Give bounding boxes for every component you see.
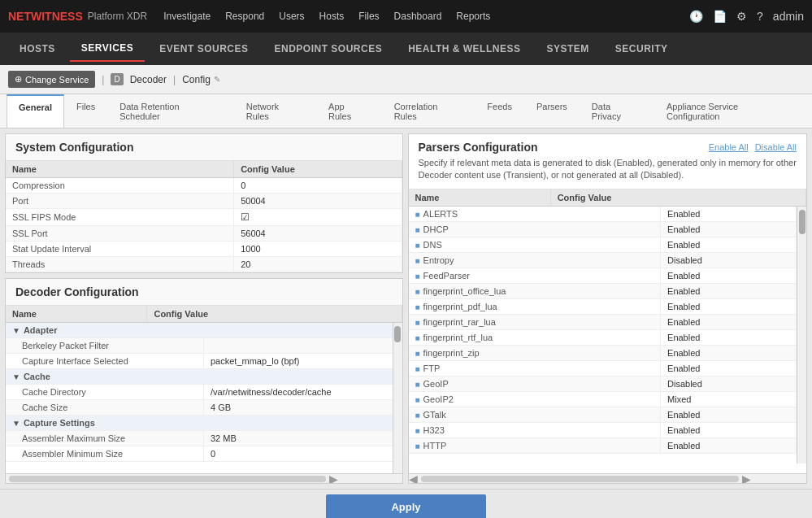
system-config-table: Name Config Value Compression 0 Port 500… — [6, 161, 402, 272]
sys-col-name: Name — [6, 161, 234, 178]
document-icon[interactable]: 📄 — [713, 10, 727, 23]
h-scrollbar-thumb — [9, 476, 326, 482]
nav-system[interactable]: SYSTEM — [535, 37, 600, 61]
expand-icon[interactable]: ▼ — [12, 326, 20, 335]
parser-icon: ■ — [415, 272, 420, 281]
nav-files[interactable]: Files — [358, 11, 379, 22]
table-row: ■fingerprint_pdf_lua Enabled — [409, 298, 797, 314]
enable-all-button[interactable]: Enable All — [709, 142, 749, 152]
decoder-scrollbar[interactable] — [393, 323, 402, 473]
nav-event-sources[interactable]: EVENT SOURCES — [148, 37, 259, 61]
decoder-config-table-wrapper[interactable]: ▼Adapter Berkeley Packet Filter Capture … — [6, 323, 402, 473]
config-edit-icon[interactable]: ✎ — [214, 75, 220, 84]
parsers-actions: Enable All Disable All — [709, 142, 797, 152]
scroll-right-icon-2[interactable]: ▶ — [742, 472, 751, 485]
nav-users[interactable]: Users — [279, 11, 304, 22]
dec-col-name: Name — [6, 306, 147, 323]
scrollbar-thumb — [394, 326, 401, 342]
expand-icon[interactable]: ▼ — [12, 372, 20, 381]
parsers-h-scrollbar[interactable]: ◀ ▶ — [409, 473, 807, 483]
breadcrumb-bar: ⊕ Change Service | D Decoder | Config ✎ — [0, 65, 812, 94]
nav-hosts[interactable]: HOSTS — [8, 37, 67, 61]
tab-app-rules[interactable]: App Rules — [316, 94, 382, 128]
breadcrumb-separator-2: | — [173, 74, 176, 85]
row-label: Assembler Minimum Size — [6, 446, 204, 462]
scroll-right-icon[interactable]: ▶ — [329, 472, 338, 485]
group-row-capture-settings: ▼Capture Settings — [6, 416, 402, 431]
parser-value: Enabled — [661, 268, 797, 283]
tab-general[interactable]: General — [7, 94, 64, 128]
parser-name: ■GTalk — [409, 407, 661, 422]
row-value: 0 — [234, 178, 402, 194]
breadcrumb-service-name: Decoder — [130, 74, 167, 85]
table-row: Threads 20 — [6, 257, 402, 272]
nav-hosts[interactable]: Hosts — [319, 11, 345, 22]
tab-data-retention-scheduler[interactable]: Data Retention Scheduler — [107, 94, 234, 128]
tab-data-privacy[interactable]: Data Privacy — [580, 94, 654, 128]
parsers-h-scrollbar-thumb — [421, 476, 740, 482]
brand-platform: Platform XDR — [88, 11, 147, 22]
parser-name: ■FTP — [409, 360, 661, 376]
row-label: Compression — [6, 178, 234, 194]
parser-icon: ■ — [415, 318, 420, 327]
table-row: Cache Directory /var/netwitness/decoder/… — [6, 385, 402, 400]
tab-bar: General Files Data Retention Scheduler N… — [0, 94, 812, 128]
parsers-header-table: Name Config Value — [409, 189, 807, 207]
breadcrumb-separator: | — [102, 74, 104, 85]
parser-icon: ■ — [415, 225, 420, 234]
system-config-title: System Configuration — [6, 134, 402, 161]
decoder-h-scrollbar[interactable]: ▶ — [6, 473, 402, 483]
row-label: Cache Size — [6, 400, 204, 416]
nav-security[interactable]: SECURITY — [604, 37, 680, 61]
parsers-table-wrapper[interactable]: ■ALERTS Enabled ■DHCP Enabled ■DNS Enabl… — [409, 207, 807, 473]
table-row: ■DHCP Enabled — [409, 221, 797, 237]
expand-icon[interactable]: ▼ — [12, 419, 20, 428]
parser-value: Enabled — [661, 237, 797, 252]
parser-name: ■H323 — [409, 422, 661, 437]
parser-value: Enabled — [661, 437, 797, 453]
parsers-table-header: Name Config Value — [409, 189, 807, 207]
change-service-button[interactable]: ⊕ Change Service — [8, 71, 95, 88]
row-value-checkbox[interactable]: ☑ — [234, 209, 402, 226]
nav-endpoint-sources[interactable]: ENDPOINT SOURCES — [263, 37, 394, 61]
nav-services[interactable]: SERVICES — [70, 36, 145, 62]
parsers-header: Parsers Configuration Enable All Disable… — [409, 134, 807, 189]
admin-label[interactable]: admin — [773, 10, 804, 23]
tab-parsers[interactable]: Parsers — [524, 94, 580, 128]
parser-value: Enabled — [661, 329, 797, 345]
parsers-scroll-area[interactable]: ■ALERTS Enabled ■DHCP Enabled ■DNS Enabl… — [409, 207, 807, 473]
table-row: SSL Port 56004 — [6, 226, 402, 242]
tab-correlation-rules[interactable]: Correlation Rules — [382, 94, 475, 128]
nav-reports[interactable]: Reports — [456, 11, 490, 22]
nav-respond[interactable]: Respond — [225, 11, 264, 22]
nav-investigate[interactable]: Investigate — [163, 11, 211, 22]
row-label: Capture Interface Selected — [6, 354, 204, 369]
parser-icon: ■ — [415, 210, 420, 219]
decoder-config-header-table: Name Config Value — [6, 306, 402, 323]
tab-appliance-service-configuration[interactable]: Appliance Service Configuration — [654, 94, 805, 128]
parsers-description: Specify if relevant meta data is generat… — [419, 157, 797, 182]
clock-icon[interactable]: 🕐 — [689, 10, 703, 23]
main-content: System Configuration Name Config Value C… — [0, 128, 812, 489]
nav-dashboard[interactable]: Dashboard — [394, 11, 442, 22]
settings-icon[interactable]: ⚙ — [736, 10, 747, 23]
help-icon[interactable]: ? — [757, 10, 763, 23]
parser-value: Mixed — [661, 391, 797, 407]
parsers-scrollbar[interactable] — [797, 207, 806, 464]
parser-name: ■GeoIP2 — [409, 391, 661, 407]
tab-network-rules[interactable]: Network Rules — [234, 94, 316, 128]
disable-all-button[interactable]: Disable All — [755, 142, 797, 152]
parser-name: ■GeoIP — [409, 376, 661, 391]
nav-health-wellness[interactable]: HEALTH & WELLNESS — [397, 37, 532, 61]
tab-feeds[interactable]: Feeds — [475, 94, 524, 128]
group-row-adapter: ▼Adapter — [6, 323, 402, 338]
apply-button[interactable]: Apply — [326, 494, 485, 518]
parser-name: ■fingerprint_pdf_lua — [409, 298, 661, 314]
top-navigation: NETWITNESS Platform XDR Investigate Resp… — [0, 0, 812, 33]
tab-files[interactable]: Files — [64, 94, 107, 128]
parser-name: ■fingerprint_zip — [409, 345, 661, 360]
brand: NETWITNESS Platform XDR — [8, 10, 147, 23]
scroll-left-icon[interactable]: ◀ — [409, 472, 418, 485]
parsers-title-row: Parsers Configuration Enable All Disable… — [419, 141, 797, 154]
left-panel: System Configuration Name Config Value C… — [5, 133, 403, 484]
